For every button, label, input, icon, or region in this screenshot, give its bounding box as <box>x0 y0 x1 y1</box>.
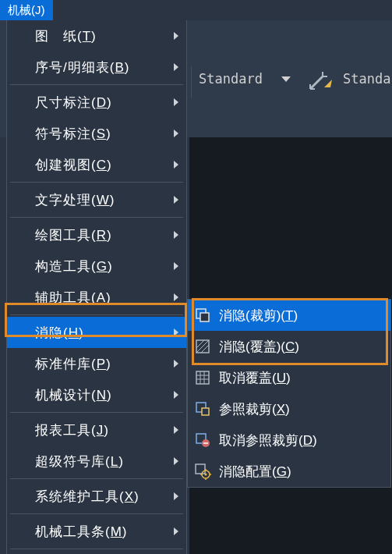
separator <box>10 84 183 85</box>
chevron-right-icon <box>174 231 178 239</box>
chevron-right-icon <box>174 32 178 40</box>
submenu-item-hide-clip[interactable]: 消隐(裁剪)(T) <box>188 300 390 331</box>
menu-item-aux-tools[interactable]: 辅助工具(A) <box>7 282 186 313</box>
label: 符号标注(S) <box>35 125 111 143</box>
chevron-right-icon <box>174 527 178 535</box>
label: 机械工具条(M) <box>35 523 128 541</box>
svg-rect-1 <box>200 313 209 321</box>
menu-item-std-parts[interactable]: 标准件库(P) <box>7 348 186 379</box>
menu-item-create-view[interactable]: 创建视图(C) <box>7 149 186 180</box>
separator <box>10 478 183 479</box>
label: 辅助工具(A) <box>35 289 111 307</box>
menu-item-construct-tools[interactable]: 构造工具(G) <box>7 250 186 282</box>
chevron-right-icon <box>174 426 178 434</box>
separator <box>10 513 183 514</box>
label: 标准件库(P) <box>35 355 111 373</box>
label: 消隐配置(G) <box>219 463 291 481</box>
label: 构造工具(G) <box>35 257 113 275</box>
toolbar-style2-label: Standa <box>343 71 390 87</box>
menu-mechanical-label: 机械(J) <box>8 3 45 18</box>
label: 取消覆盖(U) <box>219 369 291 387</box>
hide-submenu: 消隐(裁剪)(T) 消隐(覆盖)(C) 取消覆盖(U) <box>187 299 391 488</box>
menu-item-bom[interactable]: 序号/明细表(B) <box>7 51 186 83</box>
hide-config-icon <box>194 463 211 480</box>
submenu-item-ref-clip[interactable]: 参照裁剪(X) <box>188 393 390 424</box>
chevron-right-icon <box>174 98 178 106</box>
label: 序号/明细表(B) <box>35 59 129 76</box>
mechanical-dropdown-menu: 图 纸(T) 序号/明细表(B) 尺寸标注(D) 符号标注(S) 创建视图(C)… <box>6 20 187 554</box>
menu-mechanical[interactable]: 机械(J) <box>0 0 53 20</box>
chevron-right-icon <box>174 492 178 500</box>
label: 消隐(覆盖)(C) <box>219 338 299 356</box>
svg-line-4 <box>196 340 204 348</box>
separator <box>10 549 183 549</box>
chevron-right-icon <box>174 391 178 399</box>
toolbar-style-value: Standard <box>199 71 263 87</box>
menubar: 机械(J) <box>0 0 392 20</box>
cancel-ref-clip-icon <box>194 431 211 449</box>
menu-item-super-symbol[interactable]: 超级符号库(L) <box>7 446 186 477</box>
label: 消隐(H) <box>35 324 84 342</box>
chevron-right-icon <box>174 63 178 71</box>
chevron-right-icon <box>174 457 178 465</box>
chevron-right-icon <box>174 161 178 169</box>
toolbar-divider <box>191 66 192 98</box>
label: 绘图工具(R) <box>35 226 112 244</box>
submenu-item-hide-cover[interactable]: 消隐(覆盖)(C) <box>188 331 390 362</box>
chevron-right-icon <box>174 328 178 336</box>
toolbar-style-dropdown[interactable]: Standard <box>199 71 291 87</box>
menu-item-sys-maint[interactable]: 系统维护工具(X) <box>7 481 186 512</box>
menu-item-mech-design[interactable]: 机械设计(N) <box>7 379 186 410</box>
menu-item-draw-tools[interactable]: 绘图工具(R) <box>7 219 186 250</box>
cancel-cover-icon <box>194 369 211 386</box>
chevron-right-icon <box>174 262 178 270</box>
dimension-style-icon[interactable] <box>307 69 335 97</box>
separator <box>10 182 183 183</box>
chevron-right-icon <box>174 360 178 368</box>
submenu-item-hide-config[interactable]: 消隐配置(G) <box>188 456 390 487</box>
chevron-down-icon <box>281 76 291 82</box>
separator <box>10 412 183 413</box>
svg-rect-16 <box>196 464 205 474</box>
chevron-right-icon <box>174 196 178 204</box>
svg-rect-12 <box>202 408 209 415</box>
label: 参照裁剪(X) <box>219 400 290 418</box>
svg-point-18 <box>205 474 207 476</box>
submenu-item-cancel-ref-clip[interactable]: 取消参照裁剪(D) <box>188 424 390 456</box>
svg-rect-6 <box>196 371 209 384</box>
label: 报表工具(J) <box>35 421 109 439</box>
ref-clip-icon <box>194 400 211 417</box>
separator <box>10 314 183 315</box>
menu-item-help[interactable]: 帮助(E) <box>7 551 186 554</box>
menu-item-drawing[interactable]: 图 纸(T) <box>7 20 186 51</box>
chevron-right-icon <box>174 130 178 137</box>
label: 取消参照裁剪(D) <box>219 431 317 449</box>
label: 机械设计(N) <box>35 386 112 404</box>
label: 尺寸标注(D) <box>35 94 112 112</box>
separator <box>10 217 183 218</box>
menu-item-hide[interactable]: 消隐(H) <box>7 317 186 348</box>
hide-cover-icon <box>194 338 211 355</box>
label: 图 纸(T) <box>35 27 97 45</box>
label: 超级符号库(L) <box>35 453 124 471</box>
label: 创建视图(C) <box>35 156 112 174</box>
chevron-right-icon <box>174 293 178 301</box>
label: 文字处理(W) <box>35 191 115 209</box>
menu-item-symbol[interactable]: 符号标注(S) <box>7 118 186 149</box>
label: 系统维护工具(X) <box>35 488 139 506</box>
svg-line-5 <box>201 345 209 353</box>
submenu-item-cancel-cover[interactable]: 取消覆盖(U) <box>188 362 390 393</box>
label: 消隐(裁剪)(T) <box>219 307 298 325</box>
menu-item-report-tools[interactable]: 报表工具(J) <box>7 414 186 446</box>
menu-item-toolbars[interactable]: 机械工具条(M) <box>7 516 186 547</box>
menu-item-text[interactable]: 文字处理(W) <box>7 184 186 215</box>
menu-item-dimension[interactable]: 尺寸标注(D) <box>7 87 186 118</box>
hide-clip-icon <box>194 307 211 324</box>
